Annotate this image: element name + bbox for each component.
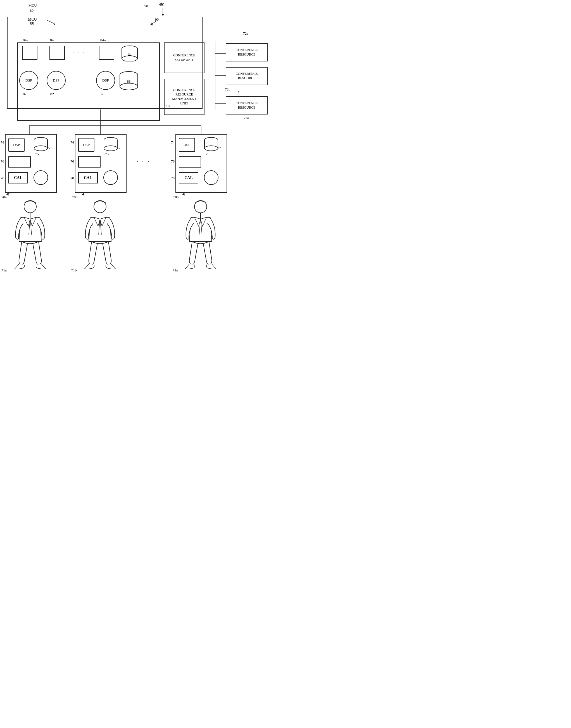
- dsp-area-box: 84a 84b 84n . . . 86: [17, 42, 160, 121]
- resource-square-84b: [49, 46, 65, 60]
- conf-setup-label: CONFERENCESETUP UNIT: [173, 53, 195, 62]
- svg-text:86: 86: [128, 52, 132, 56]
- svg-marker-1: [162, 14, 164, 16]
- svg-point-48: [205, 146, 218, 151]
- resource-square-84a: [22, 46, 37, 60]
- cylinder-77a: [33, 137, 48, 151]
- mcu-num: 80: [30, 8, 33, 13]
- endpoint-box-70n: DSP 74 77 76 75 CAL 78: [176, 134, 227, 193]
- label-76b: 76: [71, 159, 74, 164]
- conf-res-label-1: CONFERENCERESOURCE: [236, 48, 258, 57]
- cal-label-70b: CAL: [84, 176, 92, 180]
- label-82c: 82: [100, 92, 103, 96]
- label-78a: 78: [1, 176, 4, 180]
- label-90-outside: 90: [155, 17, 159, 22]
- svg-point-57: [195, 200, 207, 213]
- label-82a: 82: [23, 92, 26, 96]
- label-77b: 77: [117, 146, 120, 150]
- label-76c: 76: [171, 159, 175, 164]
- label-70n: 70n: [173, 195, 179, 199]
- label-76a: 76: [1, 159, 4, 164]
- cal-box-70a: CAL: [8, 172, 28, 183]
- conference-setup-box: CONFERENCESETUP UNIT: [164, 42, 205, 73]
- conf-res-label-2: CONFERENCERESOURCE: [236, 72, 258, 81]
- mcu-label: MCU: [28, 3, 37, 8]
- svg-marker-21: [182, 193, 185, 195]
- person-70a: [8, 198, 52, 271]
- svg-point-49: [24, 200, 36, 213]
- cylinder-86: 86: [121, 45, 138, 61]
- dsp-rect-70a: DSP: [8, 138, 25, 152]
- svg-point-43: [104, 146, 117, 151]
- label-71n: 71n: [173, 268, 178, 273]
- diagram: 60 MCU 80 90 84a 84b 84n . . .: [0, 0, 286, 364]
- label-75c: 75: [206, 152, 209, 156]
- cal-label-70n: CAL: [185, 176, 193, 180]
- dots-endpoints: . . .: [137, 156, 150, 164]
- cylinder-88: 88: [119, 71, 138, 91]
- label-82b: 82: [50, 92, 54, 96]
- person-70n: [178, 198, 223, 271]
- dots-84: . . .: [72, 48, 85, 54]
- mcu-box: MCU 80 90 84a 84b 84n . . .: [7, 17, 203, 109]
- dsp-circle-1: DSP: [19, 71, 38, 90]
- svg-marker-19: [82, 193, 84, 195]
- svg-point-32: [120, 83, 138, 90]
- label-71b: 71b: [71, 268, 77, 273]
- label-77c: 77: [217, 146, 221, 150]
- label-90: 90: [144, 4, 148, 8]
- label-75b: 75: [105, 152, 109, 156]
- dsp-rect-70b: DSP: [78, 138, 94, 152]
- label-75a: 75: [35, 152, 39, 156]
- label-84a: 84a: [23, 38, 28, 42]
- label-74b: 74: [71, 140, 74, 145]
- person-70b: [78, 198, 122, 271]
- cylinder-77c: [204, 137, 218, 151]
- circle-speaker-70n: [204, 170, 218, 185]
- label-77a: 77: [47, 146, 50, 150]
- top-label-60: 60: [160, 3, 164, 7]
- svg-point-26: [122, 56, 137, 61]
- circle-speaker-70a: [33, 170, 48, 185]
- conf-res-box-1: CONFERENCERESOURCE: [226, 43, 268, 61]
- dsp-rect-70n: DSP: [179, 138, 195, 152]
- label-84b: 84b: [50, 38, 55, 42]
- label-72b: 72b: [225, 87, 230, 92]
- conf-res-box-3: CONFERENCERESOURCE: [226, 96, 268, 115]
- label-78c: 78: [171, 176, 175, 180]
- endpoint-box-70a: DSP 74 77 76 75 CAL 78: [5, 134, 57, 193]
- dsp-label-1: DSP: [25, 78, 32, 83]
- label-84n: 84n: [100, 38, 106, 42]
- conf-res-label-3: CONFERENCERESOURCE: [236, 101, 258, 110]
- square-76a: [8, 156, 31, 167]
- resource-square-84n: [99, 46, 114, 60]
- svg-text:88: 88: [127, 79, 131, 84]
- label-72n: 72n: [244, 116, 249, 120]
- label-74a: 74: [1, 140, 4, 145]
- label-70a: 70a: [1, 195, 7, 199]
- dsp-label-70n: DSP: [184, 143, 190, 147]
- dsp-label-70b: DSP: [83, 143, 90, 147]
- dsp-circle-2: DSP: [47, 71, 66, 90]
- dsp-label-70a: DSP: [13, 143, 20, 147]
- cylinder-77b: [103, 137, 118, 151]
- label-72a: 72a: [243, 31, 248, 36]
- conference-resource-mgmt-box: CONFERENCERESOURCEMANAGEMENTUNIT: [164, 79, 205, 115]
- dsp-label-2: DSP: [53, 78, 60, 83]
- label-78b: 78: [71, 176, 74, 180]
- label-100: 100: [166, 104, 172, 108]
- cal-label-70a: CAL: [14, 176, 22, 180]
- svg-point-53: [94, 200, 106, 213]
- label-71a: 71a: [1, 268, 7, 273]
- dsp-circle-3: DSP: [96, 71, 115, 90]
- label-74c: 74: [171, 140, 175, 145]
- cal-box-70b: CAL: [78, 172, 98, 183]
- label-70b: 70b: [72, 195, 78, 199]
- cal-box-70n: CAL: [179, 172, 198, 183]
- svg-point-38: [34, 146, 47, 151]
- square-76c: [179, 156, 201, 167]
- circle-speaker-70b: [103, 170, 118, 185]
- square-76b: [78, 156, 101, 167]
- dsp-label-3: DSP: [102, 78, 109, 83]
- conf-res-box-2: CONFERENCERESOURCE: [226, 67, 268, 85]
